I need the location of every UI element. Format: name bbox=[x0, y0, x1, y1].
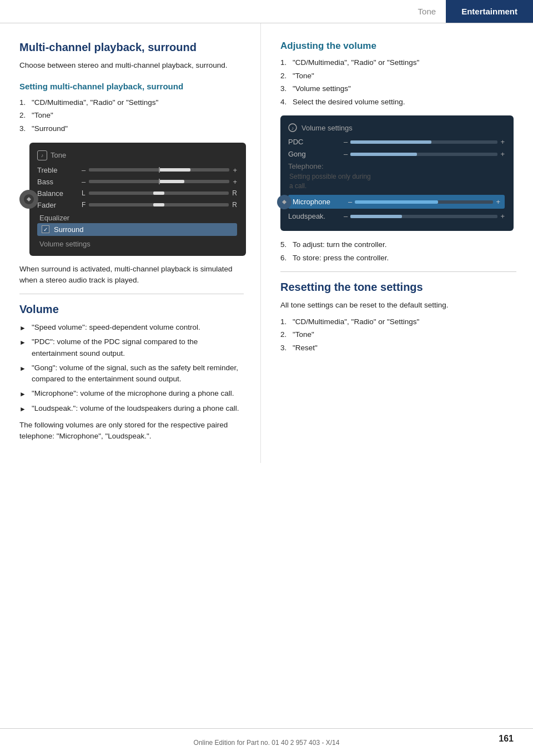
controller-button bbox=[19, 190, 38, 209]
tone-fader-row: Fader F R bbox=[37, 201, 237, 209]
adjusting-volume-title: Adjusting the volume bbox=[280, 40, 516, 52]
volume-pdc-row: PDC – + bbox=[288, 138, 505, 146]
tone-bass-row: Bass – + bbox=[37, 178, 237, 186]
right-column: Adjusting the volume 1."CD/Multimedia", … bbox=[261, 23, 533, 463]
tone-treble-slider: – + bbox=[82, 166, 237, 174]
microphone-label: Microphone bbox=[293, 198, 348, 206]
step-item: 3."Volume settings" bbox=[280, 83, 516, 95]
tone-fader-slider: F R bbox=[82, 201, 237, 209]
tone-balance-label: Balance bbox=[37, 189, 82, 198]
loudspeak-label: Loudspeak. bbox=[288, 212, 344, 220]
microphone-slider: – + bbox=[348, 198, 500, 206]
tone-bass-slider: – + bbox=[82, 178, 237, 186]
header-tone-label: Tone bbox=[408, 0, 446, 23]
svg-marker-1 bbox=[29, 197, 31, 201]
tone-balance-slider: L R bbox=[82, 189, 237, 197]
svg-marker-5 bbox=[284, 200, 286, 204]
volume-microphone-row: Microphone – + bbox=[288, 195, 505, 209]
reset-tone-title: Resetting the tone settings bbox=[280, 280, 516, 294]
bullet-arrow-icon: ► bbox=[19, 389, 28, 399]
page-number: 161 bbox=[499, 734, 514, 744]
loudspeak-slider: – + bbox=[344, 212, 505, 220]
bullet-item: ► "Microphone": volume of the microphone… bbox=[19, 388, 244, 399]
step-item: 1."CD/Multimedia", "Radio" or "Settings" bbox=[19, 97, 244, 109]
header-entertainment-label: Entertainment bbox=[446, 0, 533, 23]
page-header: Tone Entertainment bbox=[0, 0, 533, 23]
divider bbox=[280, 271, 516, 272]
step-item: 2."Tone" bbox=[280, 329, 516, 341]
surround-checkbox: ✓ bbox=[42, 225, 49, 233]
multichannel-intro: Choose between stereo and multi-channel … bbox=[19, 60, 244, 71]
volume-section: Volume ► "Speed volume": speed-dependent… bbox=[19, 302, 244, 442]
adjusting-volume-section: Adjusting the volume 1."CD/Multimedia", … bbox=[280, 40, 516, 264]
volume-grayed-text: Setting possible only duringa call. bbox=[288, 172, 505, 191]
bullet-item: ► "Loudspeak.": volume of the loudspeake… bbox=[19, 403, 244, 414]
tone-menu-label: Tone bbox=[51, 151, 66, 159]
setting-surround-steps: 1."CD/Multimedia", "Radio" or "Settings"… bbox=[19, 97, 244, 135]
volume-menu-label: Volume settings bbox=[301, 124, 353, 132]
volume-loudspeak-row: Loudspeak. – + bbox=[288, 212, 505, 220]
adjusting-volume-steps-56: 5.To adjust: turn the controller. 6.To s… bbox=[280, 239, 516, 264]
tone-menu-box: ♪ Tone Treble – + Bass bbox=[29, 143, 246, 256]
bullet-item: ► "Gong": volume of the signal, such as … bbox=[19, 362, 244, 385]
bullet-item: ► "Speed volume": speed-dependent volume… bbox=[19, 322, 244, 333]
step-item: 2."Tone" bbox=[19, 109, 244, 122]
volume-menu-container: ♪ Volume settings PDC – + G bbox=[280, 115, 516, 231]
footer-text: Online Edition for Part no. 01 40 2 957 … bbox=[0, 739, 533, 747]
bullet-arrow-icon: ► bbox=[19, 323, 28, 333]
volume-gong-slider: – + bbox=[344, 150, 505, 158]
bullet-text: "Speed volume": speed-dependent volume c… bbox=[32, 322, 200, 333]
tone-menu-title-row: ♪ Tone bbox=[37, 150, 237, 160]
step-item: 3."Surround" bbox=[19, 123, 244, 135]
bullet-item: ► "PDC": volume of the PDC signal compar… bbox=[19, 336, 244, 359]
step-item: 1."CD/Multimedia", "Radio" or "Settings" bbox=[280, 57, 516, 69]
svg-text:♪: ♪ bbox=[291, 125, 294, 131]
volume-menu-box: ♪ Volume settings PDC – + G bbox=[280, 115, 514, 231]
volume-footer-text: The following volumes are only stored fo… bbox=[19, 420, 244, 442]
volume-bullet-list: ► "Speed volume": speed-dependent volume… bbox=[19, 322, 244, 414]
page-footer: Online Edition for Part no. 01 40 2 957 … bbox=[0, 728, 533, 756]
bullet-text: "PDC": volume of the PDC signal compared… bbox=[32, 336, 244, 359]
divider bbox=[19, 294, 244, 294]
step-item: 3."Reset" bbox=[280, 342, 516, 354]
volume-pdc-slider: – + bbox=[344, 138, 505, 146]
adjusting-volume-steps: 1."CD/Multimedia", "Radio" or "Settings"… bbox=[280, 57, 516, 108]
bullet-arrow-icon: ► bbox=[19, 337, 28, 347]
tone-balance-row: Balance L R bbox=[37, 189, 237, 198]
svg-marker-4 bbox=[282, 200, 284, 204]
volume-pdc-label: PDC bbox=[288, 138, 344, 146]
main-content: Multi-channel playback, surround Choose … bbox=[0, 23, 533, 463]
setting-surround-title: Setting multi-channel playback, surround bbox=[19, 81, 244, 92]
reset-tone-intro: All tone settings can be reset to the de… bbox=[280, 300, 516, 311]
bullet-text: "Gong": volume of the signal, such as th… bbox=[32, 362, 244, 385]
reset-tone-section: Resetting the tone settings All tone set… bbox=[280, 280, 516, 354]
tone-menu-container: ♪ Tone Treble – + Bass bbox=[29, 143, 244, 256]
telephone-section-label: Telephone: bbox=[288, 162, 505, 170]
svg-marker-0 bbox=[27, 197, 29, 201]
volume-gong-label: Gong bbox=[288, 150, 344, 158]
surround-after-text: When surround is activated, multi-channe… bbox=[19, 264, 244, 286]
bullet-arrow-icon: ► bbox=[19, 404, 28, 414]
controller-indicator bbox=[277, 195, 291, 209]
step-item: 4.Select the desired volume setting. bbox=[280, 96, 516, 108]
bullet-arrow-icon: ► bbox=[19, 364, 28, 374]
step-item: 5.To adjust: turn the controller. bbox=[280, 239, 516, 251]
step-item: 2."Tone" bbox=[280, 70, 516, 82]
tone-fader-label: Fader bbox=[37, 201, 82, 209]
bullet-text: "Loudspeak.": volume of the loudspeakers… bbox=[32, 403, 239, 414]
left-column: Multi-channel playback, surround Choose … bbox=[0, 23, 261, 463]
multichannel-section: Multi-channel playback, surround Choose … bbox=[19, 40, 244, 286]
tone-equalizer-row: Equalizer bbox=[37, 213, 237, 223]
reset-tone-steps: 1."CD/Multimedia", "Radio" or "Settings"… bbox=[280, 316, 516, 354]
surround-label: Surround bbox=[54, 225, 83, 234]
tone-bass-label: Bass bbox=[37, 178, 82, 186]
volume-gong-row: Gong – + bbox=[288, 150, 505, 158]
step-item: 1."CD/Multimedia", "Radio" or "Settings" bbox=[280, 316, 516, 328]
controller-inner bbox=[24, 194, 34, 204]
tone-treble-row: Treble – + bbox=[37, 166, 237, 174]
volume-menu-title-row: ♪ Volume settings bbox=[288, 123, 505, 132]
bullet-text: "Microphone": volume of the microphone d… bbox=[32, 388, 234, 399]
step-item: 6.To store: press the controller. bbox=[280, 252, 516, 264]
multichannel-title: Multi-channel playback, surround bbox=[19, 40, 244, 54]
volume-title: Volume bbox=[19, 302, 244, 316]
